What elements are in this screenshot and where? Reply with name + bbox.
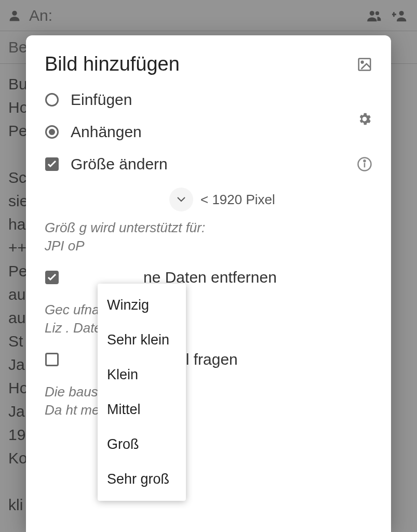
ask-hint: Die bauswahl übergibt Da ht mehr	[45, 383, 372, 419]
add-image-dialog: Bild hinzufügen Einfügen Anhängen Größe …	[26, 35, 391, 532]
size-selector-row: < 1920 Pixel	[45, 188, 372, 211]
dropdown-item-tiny[interactable]: Winzig	[98, 288, 186, 323]
radio-unchecked-icon	[45, 92, 59, 107]
dropdown-item-medium[interactable]: Mittel	[98, 392, 186, 427]
size-dropdown-menu: Winzig Sehr klein Klein Mittel Groß Sehr…	[98, 284, 186, 501]
image-icon[interactable]	[357, 57, 372, 72]
ask-option[interactable]: einmal fragen	[45, 351, 372, 368]
dropdown-item-large[interactable]: Groß	[98, 427, 186, 462]
pixel-value: < 1920 Pixel	[200, 192, 275, 208]
info-button[interactable]	[357, 156, 372, 172]
checkbox-checked-icon	[45, 270, 59, 285]
remove-data-option[interactable]: ne Daten entfernen	[45, 269, 372, 286]
checkbox-unchecked-icon	[45, 352, 59, 367]
dropdown-item-very-small[interactable]: Sehr klein	[98, 323, 186, 357]
size-dropdown-button[interactable]	[169, 188, 193, 211]
resize-hint: Größ g wird unterstützt für: JPI oP	[45, 219, 372, 255]
svg-rect-4	[359, 58, 371, 70]
insert-option[interactable]: Einfügen	[45, 91, 372, 109]
svg-point-5	[361, 61, 364, 63]
svg-point-8	[364, 160, 366, 162]
resize-label: Größe ändern	[71, 155, 168, 173]
attach-option[interactable]: Anhängen	[45, 123, 372, 141]
attach-label: Anhängen	[71, 123, 142, 141]
dropdown-item-very-large[interactable]: Sehr groß	[98, 462, 186, 497]
radio-checked-icon	[45, 125, 59, 139]
resize-option[interactable]: Größe ändern	[45, 155, 372, 173]
remove-data-hint: Gec ufnahmeort, Liz . Dateinamen usw.	[45, 301, 372, 337]
checkbox-checked-icon	[45, 157, 59, 171]
dropdown-item-small[interactable]: Klein	[98, 357, 186, 392]
dialog-title: Bild hinzufügen	[45, 53, 180, 75]
insert-label: Einfügen	[71, 91, 132, 109]
